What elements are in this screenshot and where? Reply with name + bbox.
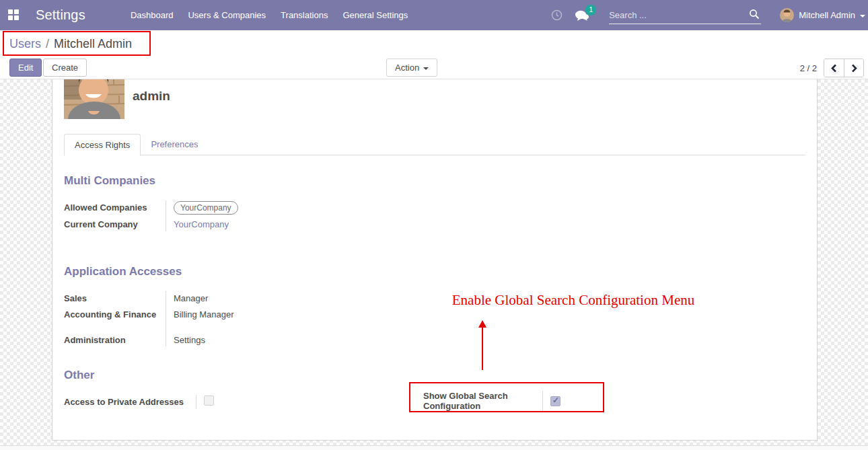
field-row-allowed-companies: Allowed Companies YourCompany bbox=[64, 199, 414, 216]
field-label: Sales bbox=[64, 290, 166, 305]
annotation-text: Enable Global Search Configuration Menu bbox=[434, 292, 713, 309]
field-row-access-private-addresses: Access to Private Addresses bbox=[64, 393, 414, 410]
messages-count-badge: 1 bbox=[585, 5, 596, 15]
top-menu: Dashboard Users & Companies Translations… bbox=[123, 0, 415, 30]
control-panel-buttons: Edit Create Action 2 / 2 bbox=[0, 57, 868, 79]
menu-item-dashboard[interactable]: Dashboard bbox=[123, 0, 181, 30]
messages-chat-icon[interactable]: 1 bbox=[573, 6, 591, 25]
action-dropdown-button[interactable]: Action bbox=[386, 59, 437, 77]
current-company-link[interactable]: YourCompany bbox=[166, 216, 414, 231]
action-caret-icon bbox=[423, 67, 429, 70]
edit-button[interactable]: Edit bbox=[9, 59, 42, 77]
field-value: Manager bbox=[166, 290, 414, 305]
create-button[interactable]: Create bbox=[43, 59, 87, 77]
pager-next-button[interactable] bbox=[844, 59, 863, 77]
pager-count: 2 / 2 bbox=[800, 63, 817, 73]
checkbox-access-private-addresses[interactable] bbox=[204, 396, 214, 406]
breadcrumb: Users/Mitchell Admin bbox=[9, 37, 132, 51]
tab-preferences[interactable]: Preferences bbox=[141, 134, 208, 155]
tab-access-rights[interactable]: Access Rights bbox=[64, 134, 141, 156]
multi-companies-rows: Allowed Companies YourCompany Current Co… bbox=[64, 199, 414, 233]
field-label: Allowed Companies bbox=[64, 199, 166, 214]
notebook-tabs: Access Rights Preferences bbox=[64, 134, 805, 155]
field-value: Settings bbox=[166, 332, 414, 346]
pager-previous-button[interactable] bbox=[824, 59, 844, 77]
record-pager: 2 / 2 bbox=[800, 59, 864, 77]
form-view-background: admin Access Rights Preferences Multi Co… bbox=[0, 79, 868, 450]
field-label: Access to Private Addresses bbox=[64, 393, 196, 408]
user-avatar[interactable] bbox=[780, 8, 794, 22]
breadcrumb-current: Mitchell Admin bbox=[54, 37, 132, 50]
activity-clock-icon[interactable] bbox=[547, 6, 566, 25]
annotation-arrow-line bbox=[482, 327, 483, 370]
search-input[interactable] bbox=[609, 10, 737, 20]
field-row-sales: Sales Manager bbox=[64, 290, 414, 306]
field-row-current-company: Current Company YourCompany bbox=[64, 216, 414, 233]
field-row-accounting-finance: Accounting & Finance Billing Manager bbox=[64, 306, 414, 332]
field-separator-line bbox=[166, 200, 166, 231]
menu-item-users-companies[interactable]: Users & Companies bbox=[180, 0, 273, 30]
form-sheet: admin Access Rights Preferences Multi Co… bbox=[52, 79, 818, 441]
top-navbar: Settings Dashboard Users & Companies Tra… bbox=[0, 0, 868, 30]
bottom-strip bbox=[0, 445, 868, 450]
checkmark-icon: ✓ bbox=[552, 396, 559, 405]
global-search bbox=[609, 6, 761, 24]
menu-item-general-settings[interactable]: General Settings bbox=[335, 0, 415, 30]
user-photo-image[interactable] bbox=[64, 79, 124, 119]
navbar-right: 1 Mitchell Admin bbox=[547, 0, 868, 30]
record-title: admin bbox=[133, 89, 170, 104]
breadcrumb-separator: / bbox=[46, 37, 49, 50]
company-tag[interactable]: YourCompany bbox=[174, 201, 238, 215]
checkbox-show-global-search-configuration[interactable]: ✓ bbox=[550, 396, 560, 406]
field-label: Show Global Search Configuration bbox=[423, 391, 542, 411]
user-menu[interactable]: Mitchell Admin bbox=[799, 10, 855, 20]
field-separator-line bbox=[542, 391, 543, 411]
user-menu-caret-icon[interactable] bbox=[860, 15, 865, 17]
field-value: Billing Manager bbox=[166, 306, 414, 321]
menu-item-translations[interactable]: Translations bbox=[273, 0, 335, 30]
field-row-show-global-search-configuration: Show Global Search Configuration ✓ bbox=[423, 391, 560, 411]
search-icon[interactable] bbox=[749, 9, 760, 22]
apps-menu-icon[interactable] bbox=[8, 9, 20, 21]
breadcrumb-users-link[interactable]: Users bbox=[9, 37, 41, 50]
field-separator-line bbox=[166, 291, 166, 346]
app-brand-title[interactable]: Settings bbox=[36, 7, 85, 23]
field-label: Current Company bbox=[64, 216, 166, 231]
section-title-multi-companies: Multi Companies bbox=[64, 174, 155, 188]
control-panel-breadcrumb-bar: Users/Mitchell Admin bbox=[0, 30, 868, 57]
section-title-other: Other bbox=[64, 369, 94, 382]
field-row-administration: Administration Settings bbox=[64, 332, 414, 348]
section-title-application-accesses: Application Accesses bbox=[64, 265, 182, 278]
field-label: Administration bbox=[64, 332, 166, 346]
application-accesses-rows: Sales Manager Accounting & Finance Billi… bbox=[64, 290, 414, 348]
other-rows: Access to Private Addresses bbox=[64, 393, 414, 410]
field-label: Accounting & Finance bbox=[64, 306, 166, 321]
field-separator-line bbox=[196, 395, 196, 409]
